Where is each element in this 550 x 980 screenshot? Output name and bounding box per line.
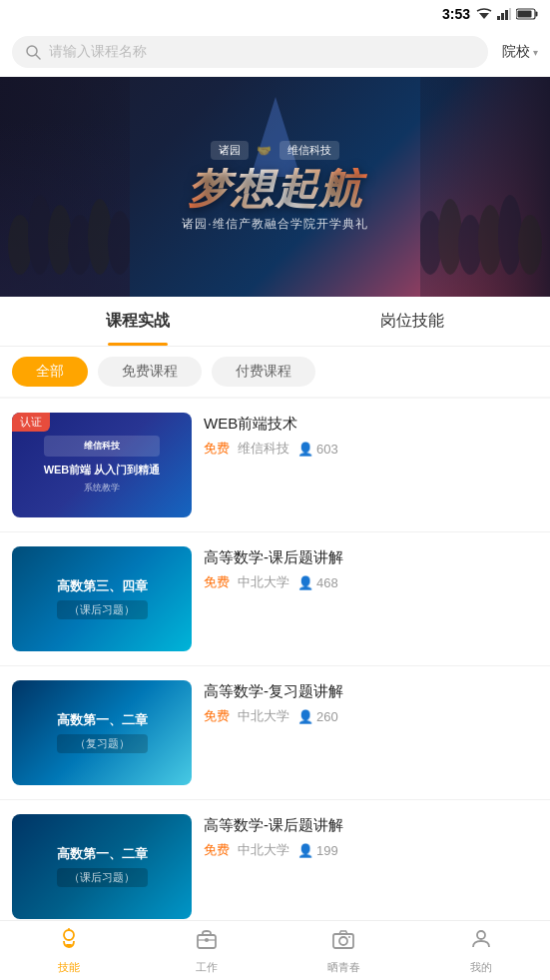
person-icon: 👤 — [297, 575, 313, 590]
nav-label-profile: 我的 — [470, 960, 492, 975]
course-info-3: 高等数学-复习题讲解 免费 中北大学 👤 260 — [204, 680, 538, 725]
banner-logo-1: 诸园 — [211, 141, 249, 160]
svg-rect-4 — [509, 8, 511, 20]
course-students: 👤 603 — [297, 442, 338, 457]
course-students: 👤 468 — [297, 575, 338, 590]
person-icon: 👤 — [297, 442, 313, 457]
course-thumbnail-4: 高数第一、二章 （课后习题） — [12, 814, 192, 919]
svg-rect-7 — [518, 11, 532, 18]
signal-icon — [497, 8, 511, 20]
banner-content: 诸园 🤝 维信科技 梦想起航 诸园·维信产教融合学院开学典礼 — [182, 141, 367, 233]
svg-line-9 — [36, 55, 40, 59]
school-label: 院校 — [502, 43, 530, 61]
battery-icon — [516, 8, 538, 20]
course-price: 免费 — [204, 841, 230, 859]
banner: 诸园 🤝 维信科技 梦想起航 诸园·维信产教融合学院开学典礼 — [0, 77, 550, 297]
list-item[interactable]: 维信科技 WEB前端 从入门到精通 系统教学 认证 WEB前端技术 免费 维信科… — [0, 399, 550, 532]
course-price: 免费 — [204, 573, 230, 591]
nav-label-skill: 技能 — [58, 960, 80, 975]
course-title: WEB前端技术 — [204, 413, 538, 434]
tab-course-practice[interactable]: 课程实战 — [0, 297, 275, 346]
chevron-down-icon: ▾ — [533, 47, 538, 58]
banner-title: 梦想起航 — [182, 168, 367, 210]
svg-point-30 — [348, 936, 350, 938]
nav-item-profile[interactable]: 我的 — [412, 921, 550, 980]
svg-point-22 — [64, 930, 74, 940]
person-icon: 👤 — [297, 709, 313, 724]
banner-logo-2: 维信科技 — [279, 141, 339, 160]
course-org: 中北大学 — [238, 707, 289, 725]
svg-point-20 — [498, 195, 522, 275]
course-students: 👤 199 — [297, 843, 338, 858]
filter-free[interactable]: 免费课程 — [98, 357, 202, 387]
course-info-1: WEB前端技术 免费 维信科技 👤 603 — [204, 413, 538, 458]
course-info-4: 高等数学-课后题讲解 免费 中北大学 👤 199 — [204, 814, 538, 859]
status-time: 3:53 — [442, 6, 470, 22]
search-icon — [26, 45, 41, 60]
school-button[interactable]: 院校 ▾ — [502, 43, 538, 61]
course-org: 维信科技 — [238, 440, 289, 458]
course-thumbnail-3: 高数第一、二章 （复习题） — [12, 680, 192, 785]
svg-rect-2 — [501, 13, 504, 20]
svg-point-29 — [339, 937, 347, 945]
nav-item-skill[interactable]: 技能 — [0, 921, 138, 980]
svg-rect-1 — [497, 16, 500, 20]
course-meta-3: 免费 中北大学 👤 260 — [204, 707, 538, 725]
svg-marker-0 — [479, 13, 489, 19]
status-bar: 3:53 — [0, 0, 550, 28]
svg-rect-23 — [66, 944, 72, 946]
course-meta-4: 免费 中北大学 👤 199 — [204, 841, 538, 859]
banner-subtitle: 诸园·维信产教融合学院开学典礼 — [182, 216, 367, 233]
svg-point-27 — [205, 938, 209, 942]
course-price: 免费 — [204, 440, 230, 458]
course-thumbnail-2: 高数第三、四章 （课后习题） — [12, 546, 192, 651]
course-title: 高等数学-课后题讲解 — [204, 546, 538, 567]
svg-point-15 — [108, 211, 130, 275]
svg-point-31 — [477, 931, 485, 939]
camera-icon — [331, 927, 355, 957]
course-title: 高等数学-课后题讲解 — [204, 814, 538, 835]
svg-rect-28 — [333, 934, 353, 948]
search-placeholder[interactable]: 请输入课程名称 — [49, 43, 147, 61]
course-title: 高等数学-复习题讲解 — [204, 680, 538, 701]
list-item[interactable]: 高数第一、二章 （课后习题） 高等数学-课后题讲解 免费 中北大学 👤 199 — [0, 800, 550, 934]
nav-label-work: 工作 — [196, 960, 218, 975]
person-icon — [469, 927, 493, 957]
filter-paid[interactable]: 付费课程 — [212, 357, 315, 387]
banner-logos: 诸园 🤝 维信科技 — [182, 141, 367, 160]
course-org: 中北大学 — [238, 573, 289, 591]
search-bar: 请输入课程名称 院校 ▾ — [0, 28, 550, 77]
course-meta-2: 免费 中北大学 👤 468 — [204, 573, 538, 591]
svg-point-17 — [438, 199, 462, 275]
search-input-wrap[interactable]: 请输入课程名称 — [12, 36, 488, 68]
course-list: 维信科技 WEB前端 从入门到精通 系统教学 认证 WEB前端技术 免费 维信科… — [0, 399, 550, 934]
course-info-2: 高等数学-课后题讲解 免费 中北大学 👤 468 — [204, 546, 538, 591]
list-item[interactable]: 高数第一、二章 （复习题） 高等数学-复习题讲解 免费 中北大学 👤 260 — [0, 666, 550, 800]
wifi-icon — [476, 8, 492, 20]
nav-item-camera[interactable]: 晒青春 — [275, 921, 413, 980]
work-icon — [195, 927, 219, 957]
course-students: 👤 260 — [297, 709, 338, 724]
list-item[interactable]: 高数第三、四章 （课后习题） 高等数学-课后题讲解 免费 中北大学 👤 468 — [0, 532, 550, 666]
course-price: 免费 — [204, 707, 230, 725]
svg-point-21 — [518, 215, 542, 275]
course-thumbnail-1: 维信科技 WEB前端 从入门到精通 系统教学 认证 — [12, 413, 192, 517]
person-icon: 👤 — [297, 843, 313, 858]
course-meta-1: 免费 维信科技 👤 603 — [204, 440, 538, 458]
tab-job-skills[interactable]: 岗位技能 — [275, 297, 551, 346]
nav-item-work[interactable]: 工作 — [138, 921, 275, 980]
main-tab-switcher: 课程实战 岗位技能 — [0, 297, 550, 347]
nav-label-camera: 晒青春 — [327, 960, 360, 975]
course-org: 中北大学 — [238, 841, 289, 859]
bottom-navigation: 技能 工作 晒青春 — [0, 920, 550, 980]
certified-badge: 认证 — [12, 413, 50, 432]
skill-icon — [57, 927, 81, 957]
status-icons — [476, 8, 538, 20]
svg-rect-6 — [536, 12, 538, 17]
filter-all[interactable]: 全部 — [12, 357, 88, 387]
filter-tab-group: 全部 免费课程 付费课程 — [0, 347, 550, 397]
svg-rect-3 — [505, 10, 508, 20]
